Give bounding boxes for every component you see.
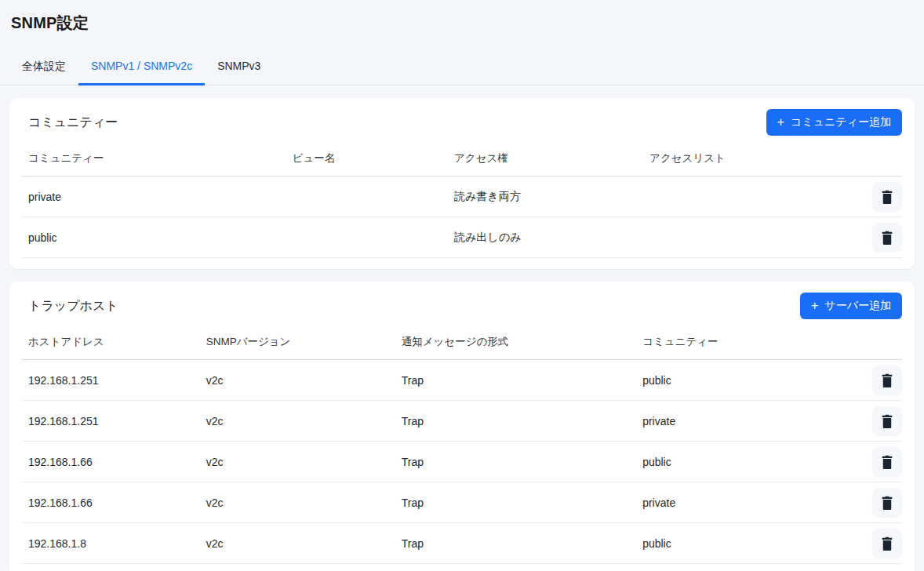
snmp-version-cell: v2c xyxy=(200,360,395,401)
table-row: private 読み書き両方 xyxy=(22,176,902,217)
delete-community-button[interactable] xyxy=(872,223,902,253)
host-address-cell: 192.168.1.251 xyxy=(22,360,200,401)
column-header-community: コミュニティー xyxy=(636,324,843,360)
trash-icon xyxy=(881,455,893,469)
community-cell: private xyxy=(636,401,843,442)
column-header-access-list: アクセスリスト xyxy=(643,140,843,176)
notification-format-cell: Trap xyxy=(395,442,636,482)
trash-icon xyxy=(881,373,893,387)
tab-snmpv1-v2c[interactable]: SNMPv1 / SNMPv2c xyxy=(78,51,205,85)
table-row: 192.168.1.66 v2c Trap private xyxy=(22,482,902,523)
community-cell: public xyxy=(636,360,843,401)
trap-host-table-header-row: ホストアドレス SNMPバージョン 通知メッセージの形式 コミュニティー xyxy=(22,324,902,360)
host-address-cell: 192.168.1.66 xyxy=(22,482,200,523)
notification-format-cell: Trap xyxy=(395,523,636,564)
community-section-title: コミュニティー xyxy=(28,115,118,131)
community-cell: private xyxy=(636,482,843,523)
trash-icon xyxy=(881,231,893,245)
view-name-cell xyxy=(286,217,448,258)
delete-trap-host-button[interactable] xyxy=(872,406,902,436)
host-address-cell: 192.168.1.251 xyxy=(22,401,200,442)
access-list-cell xyxy=(643,217,843,258)
add-server-button[interactable]: + サーバー追加 xyxy=(800,293,902,319)
trash-icon xyxy=(881,496,893,510)
trash-icon xyxy=(881,190,893,204)
delete-community-button[interactable] xyxy=(872,182,902,212)
community-name-cell: private xyxy=(22,176,286,217)
access-list-cell xyxy=(643,176,843,217)
column-header-snmp-version: SNMPバージョン xyxy=(200,324,395,360)
notification-format-cell: Trap xyxy=(395,360,636,401)
tab-snmpv3[interactable]: SNMPv3 xyxy=(205,51,273,85)
delete-trap-host-button[interactable] xyxy=(872,366,902,395)
table-row: 192.168.1.251 v2c Trap public xyxy=(22,360,902,401)
table-row: 192.168.1.66 v2c Trap public xyxy=(22,442,902,482)
column-header-community: コミュニティー xyxy=(22,140,286,176)
community-name-cell: public xyxy=(22,217,286,258)
notification-format-cell: Trap xyxy=(395,401,636,442)
community-card: コミュニティー + コミュニティー追加 コミュニティー ビュー名 アクセス権 ア… xyxy=(9,98,915,269)
trash-icon xyxy=(881,414,893,428)
column-header-actions xyxy=(843,140,902,176)
community-cell: public xyxy=(636,442,843,482)
column-header-view-name: ビュー名 xyxy=(286,140,448,176)
column-header-access-rights: アクセス権 xyxy=(448,140,643,176)
table-row: public 読み出しのみ xyxy=(22,217,902,258)
snmp-version-cell: v2c xyxy=(200,523,395,564)
add-server-button-label: サーバー追加 xyxy=(824,299,891,313)
access-rights-cell: 読み書き両方 xyxy=(448,176,643,217)
delete-trap-host-button[interactable] xyxy=(872,488,902,518)
table-row: 192.168.1.8 v2c Trap public xyxy=(22,523,902,564)
add-community-button[interactable]: + コミュニティー追加 xyxy=(766,109,902,136)
page-title: SNMP設定 xyxy=(0,0,924,34)
column-header-actions xyxy=(843,324,902,360)
tabbar: 全体設定 SNMPv1 / SNMPv2c SNMPv3 xyxy=(0,51,924,85)
plus-icon: + xyxy=(777,116,784,129)
plus-icon: + xyxy=(811,300,818,312)
tab-general-settings[interactable]: 全体設定 xyxy=(9,51,78,85)
trap-host-section-title: トラップホスト xyxy=(28,298,118,315)
delete-trap-host-button[interactable] xyxy=(872,529,902,558)
access-rights-cell: 読み出しのみ xyxy=(448,217,643,258)
host-address-cell: 192.168.1.8 xyxy=(22,523,200,564)
snmp-version-cell: v2c xyxy=(200,401,395,442)
community-cell: public xyxy=(636,523,843,564)
trap-host-table: ホストアドレス SNMPバージョン 通知メッセージの形式 コミュニティー 192… xyxy=(22,324,902,564)
trash-icon xyxy=(881,536,893,551)
delete-trap-host-button[interactable] xyxy=(872,447,902,477)
table-row: 192.168.1.251 v2c Trap private xyxy=(22,401,902,442)
view-name-cell xyxy=(286,176,448,217)
add-community-button-label: コミュニティー追加 xyxy=(791,115,891,129)
host-address-cell: 192.168.1.66 xyxy=(22,442,200,482)
community-table-header-row: コミュニティー ビュー名 アクセス権 アクセスリスト xyxy=(22,140,902,176)
trap-host-card: トラップホスト + サーバー追加 ホストアドレス SNMPバージョン 通知メッセ… xyxy=(9,282,915,571)
column-header-notification-format: 通知メッセージの形式 xyxy=(395,324,636,360)
snmp-version-cell: v2c xyxy=(200,442,395,482)
column-header-host-address: ホストアドレス xyxy=(22,324,200,360)
snmp-version-cell: v2c xyxy=(200,482,395,523)
notification-format-cell: Trap xyxy=(395,482,636,523)
community-table: コミュニティー ビュー名 アクセス権 アクセスリスト private 読み書き両… xyxy=(22,140,902,258)
